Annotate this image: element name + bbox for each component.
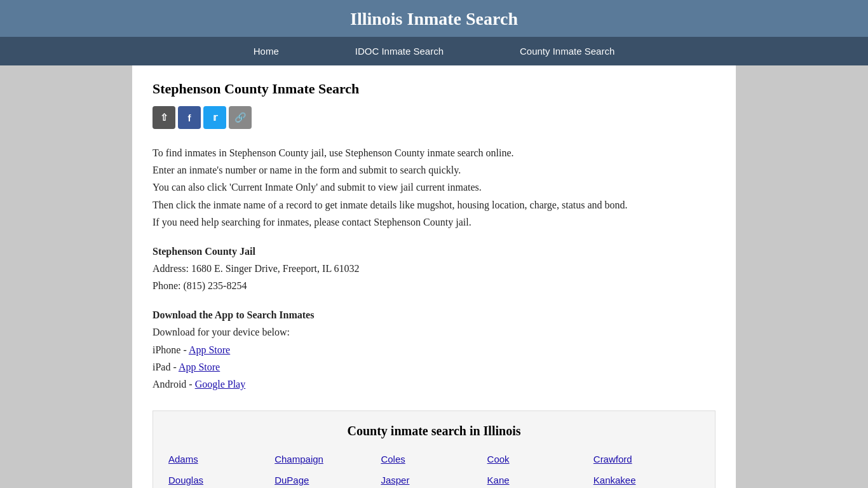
main-nav: Home IDOC Inmate Search County Inmate Se… (0, 37, 868, 65)
county-link[interactable]: Champaign (275, 449, 381, 470)
county-link[interactable]: DuPage (275, 470, 381, 488)
county-link[interactable]: Cook (487, 449, 593, 470)
description-section: To find inmates in Stephenson County jai… (153, 144, 715, 231)
county-grid: AdamsChampaignColesCookCrawfordDouglasDu… (168, 449, 700, 488)
county-section-title: County inmate search in Illinois (168, 424, 700, 438)
app-ipad-line: iPad - App Store (153, 358, 715, 376)
desc-line-4: Then click the inmate name of a record t… (153, 196, 715, 214)
county-link[interactable]: Adams (168, 449, 275, 470)
link-icon: 🔗 (234, 112, 247, 123)
twitter-button[interactable]: 𝕣 (203, 106, 226, 129)
site-title: Illinois Inmate Search (0, 9, 868, 29)
content-wrapper: Stephenson County Inmate Search ⇧ f 𝕣 🔗 … (132, 65, 736, 488)
jail-info-section: Stephenson County Jail Address: 1680 E. … (153, 246, 715, 294)
app-android-link[interactable]: Google Play (195, 379, 246, 390)
app-download-section: Download the App to Search Inmates Downl… (153, 309, 715, 393)
desc-line-2: Enter an inmate's number or name in the … (153, 161, 715, 179)
facebook-icon: f (188, 112, 191, 123)
jail-phone: Phone: (815) 235-8254 (153, 277, 715, 294)
page-title: Stephenson County Inmate Search (153, 81, 715, 97)
app-android-line: Android - Google Play (153, 376, 715, 393)
county-section: County inmate search in Illinois AdamsCh… (153, 410, 715, 488)
county-link[interactable]: Douglas (168, 470, 275, 488)
county-link[interactable]: Kankakee (593, 470, 700, 488)
desc-line-1: To find inmates in Stephenson County jai… (153, 144, 715, 161)
twitter-icon: 𝕣 (213, 112, 217, 123)
jail-address: Address: 1680 E. Singer Drive, Freeport,… (153, 260, 715, 277)
desc-line-5: If you need help searching for inmates, … (153, 214, 715, 231)
jail-info-title: Stephenson County Jail (153, 246, 715, 257)
nav-home[interactable]: Home (215, 37, 317, 65)
share-button[interactable]: ⇧ (153, 106, 175, 129)
nav-idoc[interactable]: IDOC Inmate Search (317, 37, 482, 65)
app-download-label: Download for your device below: (153, 323, 715, 341)
app-ipad-label: iPad - (153, 362, 179, 372)
app-ipad-link[interactable]: App Store (179, 362, 220, 372)
app-iphone-line: iPhone - App Store (153, 341, 715, 358)
app-download-title: Download the App to Search Inmates (153, 309, 715, 321)
county-link[interactable]: Coles (381, 449, 487, 470)
desc-line-3: You can also click 'Current Inmate Only'… (153, 179, 715, 196)
county-link[interactable]: Crawford (593, 449, 700, 470)
site-header: Illinois Inmate Search (0, 0, 868, 37)
app-iphone-label: iPhone - (153, 344, 189, 355)
county-link[interactable]: Kane (487, 470, 593, 488)
app-android-label: Android - (153, 379, 195, 390)
nav-county[interactable]: County Inmate Search (482, 37, 653, 65)
county-link[interactable]: Jasper (381, 470, 487, 488)
app-iphone-link[interactable]: App Store (189, 344, 230, 355)
facebook-button[interactable]: f (178, 106, 201, 129)
social-buttons: ⇧ f 𝕣 🔗 (153, 106, 715, 129)
copy-link-button[interactable]: 🔗 (229, 106, 252, 129)
